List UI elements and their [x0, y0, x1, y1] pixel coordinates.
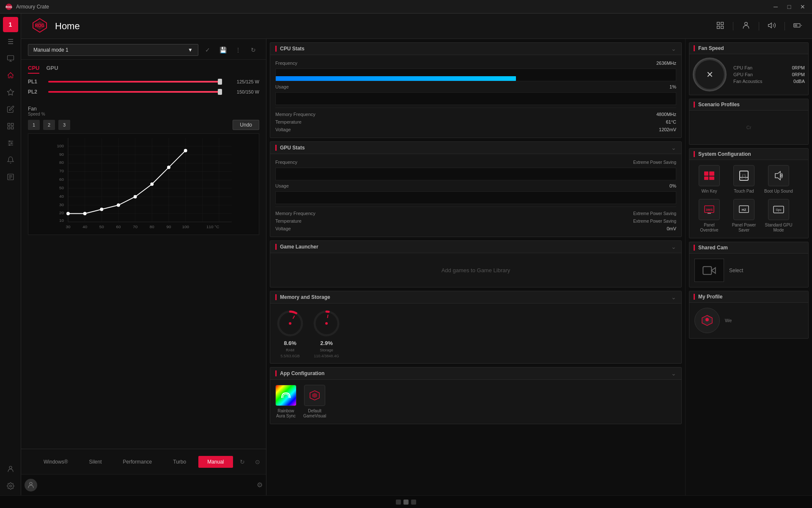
fan-chart[interactable]: 100 90 80 70 60 50 40 30 20 10 30: [28, 133, 259, 235]
svg-point-57: [184, 149, 187, 152]
profile-text: We: [725, 318, 732, 323]
panel-overdrive-item[interactable]: 3MS Panel Overdrive: [694, 199, 724, 233]
status-indicator-3[interactable]: [411, 500, 416, 505]
minimize-button[interactable]: ─: [771, 3, 780, 11]
sidebar-icon-user[interactable]: [3, 461, 18, 477]
storage-grid: 8.6% RAM 5.5/63.6GB: [270, 304, 681, 363]
restore-button[interactable]: □: [785, 3, 793, 11]
profile-save-icon[interactable]: 💾: [217, 44, 229, 56]
settings-bottom-icon[interactable]: ⊙: [252, 456, 263, 468]
gpu-stats-card: GPU Stats ⌄ Frequency Extreme Power Savi…: [270, 141, 682, 237]
mode-tab-turbo[interactable]: Turbo: [164, 456, 195, 468]
sidebar-icon-controls[interactable]: [3, 135, 18, 151]
svg-text:3MS: 3MS: [706, 208, 713, 212]
touch-pad-label: Touch Pad: [734, 189, 754, 194]
panel-power-saver-item[interactable]: HZ Panel Power Saver: [729, 199, 759, 233]
fan-acoustics-row: Fan Acoustics 0dBA: [733, 78, 805, 85]
center-column: CPU Stats ⌄ Frequency 2636MHz: [266, 39, 685, 495]
svg-text:80: 80: [150, 224, 155, 229]
profile-dropdown[interactable]: Manual mode 1 ▼: [28, 44, 198, 56]
right-column: Fan Speed ✕ CPU Fan 0RPM: [685, 39, 812, 495]
default-gamevisual-item[interactable]: DefaultGameVisual: [303, 385, 326, 419]
fan-point-1-button[interactable]: 1: [28, 120, 40, 130]
fan-acoustics-value: 0dBA: [793, 79, 805, 84]
fan-point-2-button[interactable]: 2: [43, 120, 55, 130]
sidebar-icon-notifications[interactable]: [3, 152, 18, 168]
game-launcher-body: Add games to Game Library: [270, 253, 681, 287]
settings-icon[interactable]: ⚙: [257, 481, 263, 489]
profile-refresh-icon[interactable]: ↻: [247, 44, 259, 56]
sidebar-icon-menu[interactable]: ☰: [3, 34, 18, 49]
gpu-fan-label: GPU Fan: [733, 72, 753, 77]
cpu-usage-row: Usage 1%: [275, 83, 676, 91]
tab-cpu[interactable]: CPU: [28, 63, 39, 74]
profile-check-icon[interactable]: ✓: [202, 44, 214, 56]
pl1-bar[interactable]: [48, 81, 222, 83]
profile-more-icon[interactable]: ⋮: [232, 44, 244, 56]
status-indicator-1[interactable]: [396, 500, 401, 505]
svg-point-12: [9, 144, 10, 146]
sidebar-icon-settings[interactable]: [3, 478, 18, 494]
sidebar-icon-home[interactable]: [3, 68, 18, 83]
standard-gpu-mode-item[interactable]: Gpu Standard GPU Mode: [764, 199, 793, 233]
cpu-voltage-label: Voltage: [275, 127, 291, 132]
fan-speed-indicator: [694, 45, 695, 51]
asus-logo-icon: ROG: [5, 3, 13, 11]
gpu-freq-row: Frequency Extreme Power Saving: [275, 158, 676, 166]
panel-power-saver-icon: HZ: [733, 199, 754, 220]
cpu-stats-collapse-icon[interactable]: ⌄: [671, 45, 676, 52]
svg-text:40: 40: [59, 194, 64, 199]
sidebar-icon-grid[interactable]: [3, 119, 18, 134]
layout-icon[interactable]: [716, 21, 724, 31]
mode-tab-silent[interactable]: Silent: [80, 456, 111, 468]
mode-tab-windows[interactable]: Windows®: [35, 456, 77, 468]
svg-point-51: [83, 212, 87, 215]
speaker-icon[interactable]: [768, 21, 776, 31]
close-button[interactable]: ✕: [798, 3, 807, 11]
battery-icon[interactable]: [793, 21, 802, 31]
memory-storage-collapse-icon[interactable]: ⌄: [671, 294, 676, 301]
app-header: ROG Home: [21, 14, 812, 39]
mode-tab-performance[interactable]: Performance: [114, 456, 161, 468]
header-divider-2: [759, 22, 759, 30]
svg-rect-22: [717, 22, 720, 25]
fan-speed-body: ✕ CPU Fan 0RPM GPU Fan 0RPM: [689, 54, 808, 95]
pl2-bar[interactable]: [48, 91, 222, 93]
game-launcher-collapse-icon[interactable]: ⌄: [671, 243, 676, 250]
win-key-item[interactable]: Win Key: [694, 165, 724, 194]
svg-point-17: [9, 466, 12, 469]
boot-up-sound-item[interactable]: Boot Up Sound: [764, 165, 793, 194]
profile-icon[interactable]: [742, 21, 750, 31]
sidebar-icon-number[interactable]: 1: [3, 17, 18, 32]
user-avatar[interactable]: [25, 479, 37, 491]
svg-text:70: 70: [59, 168, 64, 173]
scenario-profiles-empty: Cr: [746, 125, 752, 130]
rainbow-aura-sync-item[interactable]: RainbowAura Sync: [275, 385, 296, 419]
svg-text:HZ: HZ: [742, 208, 746, 212]
sidebar-icon-list[interactable]: [3, 169, 18, 185]
add-games-text[interactable]: Add games to Game Library: [442, 267, 510, 273]
svg-rect-24: [717, 26, 720, 28]
status-indicator-2[interactable]: [403, 500, 409, 505]
sidebar-icon-devices[interactable]: [3, 51, 18, 66]
gpu-voltage-label: Voltage: [275, 226, 291, 231]
gpu-usage-label: Usage: [275, 183, 289, 188]
fan-point-3-button[interactable]: 3: [58, 120, 70, 130]
app-config-card: App Configuration ⌄: [270, 367, 682, 424]
left-panel: Manual mode 1 ▼ ✓ 💾 ⋮ ↻ CPU GPU: [21, 39, 266, 495]
mode-tab-manual[interactable]: Manual: [198, 456, 233, 468]
cpu-memfreq-label: Memory Frequency: [275, 112, 315, 117]
app-config-collapse-icon[interactable]: ⌄: [671, 370, 676, 377]
tab-gpu[interactable]: GPU: [46, 63, 58, 74]
fan-speed-header: Fan Speed: [689, 43, 808, 54]
gpu-stats-collapse-icon[interactable]: ⌄: [671, 144, 676, 151]
undo-button[interactable]: Undo: [233, 120, 259, 130]
touch-pad-item[interactable]: Touch Pad: [729, 165, 759, 194]
scenario-profiles-indicator: [694, 102, 695, 108]
sidebar-icon-edit[interactable]: [3, 102, 18, 117]
refresh-icon[interactable]: ↻: [236, 456, 248, 468]
cam-select-button[interactable]: Select: [729, 268, 743, 273]
header-divider-1: [733, 22, 733, 30]
sidebar-icon-star[interactable]: [3, 85, 18, 100]
win-key-icon: [699, 165, 720, 186]
